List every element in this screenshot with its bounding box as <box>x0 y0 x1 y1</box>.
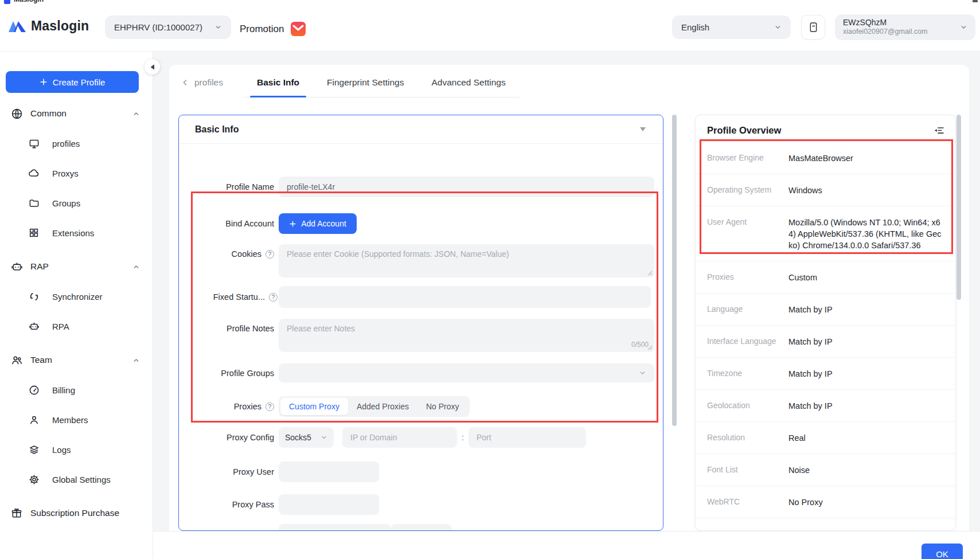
sidebar-item-groups[interactable]: Groups <box>0 188 153 218</box>
profile-groups-select[interactable] <box>279 363 654 382</box>
profile-overview-header: Profile Overview <box>696 115 955 142</box>
help-icon[interactable]: ? <box>269 293 278 302</box>
profile-groups-row: Profile Groups <box>200 363 663 382</box>
workspace-selector[interactable]: EHPHRV (ID:1000027) <box>105 15 231 39</box>
overview-value: MasMateBrowser <box>788 153 944 164</box>
sidebar-section-common[interactable]: Common <box>0 99 153 128</box>
sidebar-item-label: Synchronizer <box>52 292 103 302</box>
inner-scrollbar[interactable] <box>672 115 677 426</box>
overview-row-webrtc: WebRTC No Proxy <box>696 486 955 518</box>
profile-overview-panel: Profile Overview Browser Engine MasMateB… <box>695 115 956 531</box>
tab-basic-info[interactable]: Basic Info <box>243 75 313 97</box>
overview-label: User Agent <box>707 217 788 251</box>
cookies-textarea[interactable] <box>279 244 654 277</box>
proxy-port-input[interactable] <box>468 427 586 448</box>
sidebar-item-profiles[interactable]: profiles <box>0 128 153 158</box>
proxy-pass-input[interactable] <box>279 494 379 515</box>
overview-value: Custom <box>788 272 944 283</box>
robot-icon <box>10 261 23 273</box>
chevron-up-icon <box>132 110 140 118</box>
profile-notes-textarea[interactable] <box>279 319 654 352</box>
sidebar-item-proxys[interactable]: Proxys <box>0 158 153 188</box>
chevron-down-icon <box>774 24 782 31</box>
collapse-caret-icon[interactable] <box>640 127 646 131</box>
overview-value: No Proxy <box>788 497 944 508</box>
sidebar-item-extensions[interactable]: Extensions <box>0 218 153 248</box>
overview-value: Match by IP <box>788 336 944 347</box>
team-icon <box>10 354 23 366</box>
notes-button[interactable] <box>801 15 825 40</box>
robot-icon <box>28 321 40 332</box>
proxies-label-text: Proxies <box>234 402 261 411</box>
help-icon[interactable]: ? <box>266 250 274 259</box>
promotion-link[interactable]: Promotion <box>240 22 306 36</box>
tab-advanced-settings[interactable]: Advanced Settings <box>417 75 519 97</box>
sidebar-item-billing[interactable]: Billing <box>0 375 153 405</box>
sidebar-item-global-settings[interactable]: Global Settings <box>0 464 153 494</box>
resize-handle-icon[interactable] <box>647 271 653 276</box>
brand-name: Maslogin <box>31 18 89 34</box>
sidebar-item-label: Extensions <box>52 228 94 238</box>
notes-char-counter: 0/500 <box>631 341 649 349</box>
cookies-textarea-wrap <box>279 244 654 277</box>
gift-envelope-icon <box>291 22 306 36</box>
sidebar-section-team[interactable]: Team <box>0 345 153 375</box>
proxy-config-label: Proxy Config <box>200 433 274 442</box>
cloud-icon <box>28 167 40 179</box>
help-icon[interactable]: ? <box>266 402 274 411</box>
tab-fingerprint-settings[interactable]: Fingerprint Settings <box>313 75 417 97</box>
proxy-option-added[interactable]: Added Proxies <box>348 398 417 415</box>
basic-info-panel-header[interactable]: Basic Info <box>179 115 663 144</box>
proxy-ip-input[interactable] <box>342 427 457 448</box>
sidebar-item-label: Billing <box>52 385 75 395</box>
gear-icon <box>28 474 40 485</box>
person-icon <box>28 415 40 425</box>
breadcrumb-back[interactable]: profiles <box>181 75 223 88</box>
fixed-startup-row: Fixed Startu... ? <box>200 286 663 308</box>
ok-button[interactable]: OK <box>922 544 963 559</box>
proxy-option-custom[interactable]: Custom Proxy <box>280 398 348 415</box>
account-menu[interactable]: EWzSQhzM xiaofei020907@gmail.com <box>835 14 975 40</box>
sidebar-collapse-button[interactable] <box>145 59 160 75</box>
overview-row-font-list: Font List Noise <box>696 454 955 486</box>
top-bar: Maslogin EHPHRV (ID:1000027) Promotion E… <box>0 5 980 52</box>
overview-row-geolocation: Geolocation Match by IP <box>696 390 955 422</box>
proxies-row: Proxies ? Custom Proxy Added Proxies No … <box>200 396 663 417</box>
page-scrollbar[interactable] <box>956 115 961 300</box>
add-account-button[interactable]: Add Account <box>279 213 357 234</box>
profile-overview-rows: Browser Engine MasMateBrowser Operating … <box>696 142 955 518</box>
window-title-strip: Maslogin <box>0 0 980 5</box>
cookies-label: Cookies ? <box>200 249 274 259</box>
collapse-panel-icon[interactable] <box>934 126 944 135</box>
section-label: Common <box>30 108 132 119</box>
sidebar-item-subscription-purchase[interactable]: Subscription Purchase <box>0 498 153 528</box>
sidebar-section-rap[interactable]: RAP <box>0 252 153 282</box>
create-profile-button[interactable]: Create Profile <box>6 71 139 93</box>
proxy-option-none[interactable]: No Proxy <box>417 398 468 415</box>
sidebar-item-synchronizer[interactable]: Synchronizer <box>0 282 153 311</box>
fixed-startup-label: Fixed Startu... ? <box>200 292 278 302</box>
resize-handle-icon[interactable] <box>647 345 653 350</box>
profile-notes-label: Profile Notes <box>200 324 274 333</box>
profile-name-input[interactable] <box>279 177 654 197</box>
overview-row-language: Language Match by IP <box>696 294 955 326</box>
bind-account-label: Bind Account <box>200 219 274 228</box>
overview-row-operating-system: Operating System Windows <box>696 174 955 206</box>
window-control-remnant <box>973 0 978 2</box>
workspace-name: EHPHRV (ID:1000027) <box>114 22 202 32</box>
fixed-startup-input[interactable] <box>279 286 651 308</box>
proxy-protocol-select[interactable]: Socks5 <box>279 427 334 448</box>
profile-overview-title: Profile Overview <box>707 125 781 136</box>
cutoff-control <box>279 524 391 531</box>
layers-icon <box>28 444 40 455</box>
proxy-user-input[interactable] <box>279 462 379 482</box>
language-selector[interactable]: English <box>672 15 791 39</box>
sidebar-item-logs[interactable]: Logs <box>0 435 153 464</box>
sidebar-item-rpa[interactable]: RPA <box>0 311 153 341</box>
create-profile-label: Create Profile <box>53 77 106 87</box>
gift-icon <box>10 507 23 519</box>
overview-label: Font List <box>707 464 788 476</box>
proxy-user-label: Proxy User <box>200 467 274 476</box>
sidebar-item-members[interactable]: Members <box>0 405 153 435</box>
proxy-pass-label: Proxy Pass <box>200 500 274 509</box>
